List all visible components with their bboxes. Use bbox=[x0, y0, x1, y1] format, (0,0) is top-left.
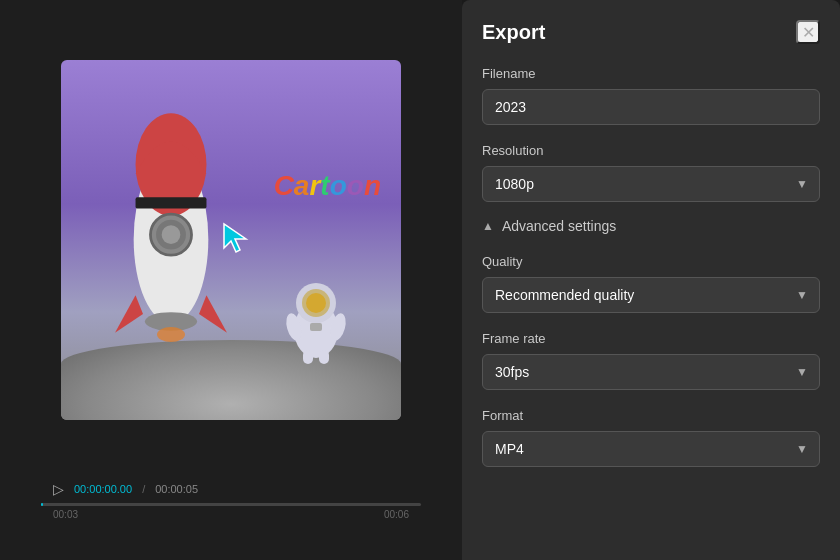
filename-label: Filename bbox=[482, 66, 820, 81]
play-button[interactable]: ▷ bbox=[53, 481, 64, 497]
timeline-markers: 00:03 00:06 bbox=[41, 506, 421, 520]
video-preview-wrapper: Cartoon bbox=[61, 60, 401, 420]
filename-input[interactable] bbox=[482, 89, 820, 125]
framerate-select-wrapper: 24fps 30fps 60fps ▼ bbox=[482, 354, 820, 390]
marker-end: 00:06 bbox=[384, 509, 409, 520]
framerate-label: Frame rate bbox=[482, 331, 820, 346]
svg-rect-16 bbox=[310, 323, 322, 331]
total-time: 00:00:05 bbox=[155, 483, 198, 495]
format-label: Format bbox=[482, 408, 820, 423]
controls-bar: ▷ 00:00:00.00 / 00:00:05 bbox=[41, 475, 421, 503]
current-time: 00:00:00.00 bbox=[74, 483, 132, 495]
close-button[interactable]: ✕ bbox=[796, 20, 820, 44]
quality-label: Quality bbox=[482, 254, 820, 269]
framerate-select[interactable]: 24fps 30fps 60fps bbox=[482, 354, 820, 390]
format-select-wrapper: MP4 MOV AVI GIF ▼ bbox=[482, 431, 820, 467]
chevron-up-icon: ▲ bbox=[482, 219, 494, 233]
astronaut-illustration bbox=[281, 275, 351, 365]
video-preview: Cartoon bbox=[61, 60, 401, 420]
resolution-select-wrapper: 720p 1080p 4K ▼ bbox=[482, 166, 820, 202]
svg-rect-14 bbox=[303, 350, 313, 364]
video-preview-panel: Cartoon ▷ 00:00:00.00 / 00:00:05 00:03 0… bbox=[0, 0, 462, 560]
resolution-label: Resolution bbox=[482, 143, 820, 158]
cartoon-text-overlay: Cartoon bbox=[274, 170, 381, 202]
video-controls-area: ▷ 00:00:00.00 / 00:00:05 00:03 00:06 bbox=[0, 475, 462, 520]
export-title: Export bbox=[482, 21, 545, 44]
marker-start: 00:03 bbox=[53, 509, 78, 520]
timeline-progress bbox=[41, 503, 43, 506]
svg-point-7 bbox=[157, 327, 185, 342]
svg-point-11 bbox=[306, 293, 326, 313]
rocket-illustration bbox=[91, 90, 251, 370]
advanced-settings-toggle[interactable]: ▲ Advanced settings bbox=[482, 218, 820, 234]
svg-point-4 bbox=[162, 225, 181, 244]
time-separator: / bbox=[142, 483, 145, 495]
svg-rect-15 bbox=[319, 350, 329, 364]
quality-select-wrapper: Recommended quality High quality Low qua… bbox=[482, 277, 820, 313]
svg-rect-5 bbox=[136, 197, 207, 208]
quality-select[interactable]: Recommended quality High quality Low qua… bbox=[482, 277, 820, 313]
advanced-settings-label: Advanced settings bbox=[502, 218, 616, 234]
timeline-scrubber[interactable] bbox=[41, 503, 421, 506]
export-panel: Export ✕ Filename Resolution 720p 1080p … bbox=[462, 0, 840, 560]
format-select[interactable]: MP4 MOV AVI GIF bbox=[482, 431, 820, 467]
resolution-select[interactable]: 720p 1080p 4K bbox=[482, 166, 820, 202]
export-header: Export ✕ bbox=[482, 20, 820, 44]
